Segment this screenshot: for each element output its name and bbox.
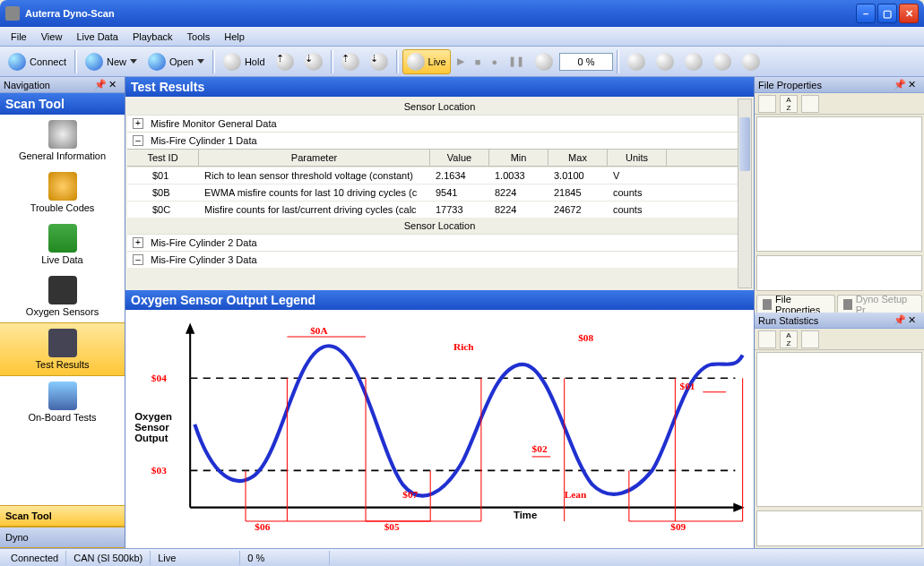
label-06: $06	[255, 521, 270, 532]
file-properties-header: File Properties 📌✕	[755, 77, 924, 93]
sort-az-icon[interactable]: AZ	[780, 95, 798, 113]
test-results-table: Sensor Location +Misfire Monitor General…	[125, 97, 754, 290]
gauge-icon	[627, 53, 645, 71]
arrow-down2-button[interactable]: ⇣	[366, 49, 393, 74]
footer-dyno[interactable]: Dyno	[0, 527, 125, 548]
pin-icon[interactable]: 📌	[894, 79, 906, 91]
pin-icon[interactable]: 📌	[894, 314, 906, 327]
tools-4-button[interactable]	[709, 49, 736, 74]
table-row[interactable]: $01 Rich to lean sensor threshold voltag…	[127, 167, 752, 184]
property-desc	[756, 255, 922, 291]
svg-marker-1	[186, 322, 194, 333]
page-icon[interactable]	[801, 95, 819, 113]
connect-button[interactable]: Connect	[4, 49, 71, 74]
tools-3-button[interactable]	[680, 49, 707, 74]
col-value[interactable]: Value	[430, 150, 489, 166]
window-maximize-button[interactable]: ▢	[877, 4, 897, 23]
categorize-icon[interactable]	[758, 330, 776, 348]
footer-scan-tool[interactable]: Scan Tool	[0, 505, 125, 527]
tab-dyno-setup[interactable]: Dyno Setup Pr...	[837, 295, 922, 313]
navigation-title: Navigation	[4, 80, 50, 90]
table-row[interactable]: $0B EWMA misfire counts for last 10 driv…	[127, 184, 752, 201]
menu-playback[interactable]: Playback	[125, 30, 180, 44]
status-mode: Live	[151, 551, 240, 565]
close-panel-icon[interactable]: ✕	[108, 79, 121, 91]
tools-2-button[interactable]	[652, 49, 678, 74]
cell-val: 2.1634	[430, 170, 489, 181]
open-button[interactable]: Open	[143, 49, 209, 74]
collapse-icon[interactable]: –	[133, 254, 143, 265]
oxygen-chart-svg: $04 $03 Oxygen Sensor Output $0A Rich $0…	[125, 310, 754, 548]
cell-val: 17733	[430, 204, 489, 215]
cell-param: Rich to lean sensor threshold voltage (c…	[199, 170, 430, 181]
tree-row-cyl1[interactable]: –Mis-Fire Cylinder 1 Data	[127, 132, 752, 149]
runstats-desc	[756, 510, 922, 546]
arrow-up-button[interactable]: ⇡	[272, 49, 298, 74]
menu-bar: File View Live Data Playback Tools Help	[0, 27, 924, 47]
vertical-scrollbar[interactable]	[738, 99, 752, 288]
table-row[interactable]: $0C Misfire counts for last/current driv…	[127, 201, 752, 218]
tree-row-cyl3[interactable]: –Mis-Fire Cylinder 3 Data	[127, 251, 752, 268]
play-button[interactable]: ▶	[453, 49, 469, 74]
test-results-header: Test Results	[125, 77, 754, 97]
tab-label: Dyno Setup Pr...	[856, 294, 916, 315]
window-minimize-button[interactable]: –	[856, 4, 876, 23]
menu-view[interactable]: View	[34, 30, 70, 44]
col-max[interactable]: Max	[548, 150, 608, 166]
nav-trouble-codes[interactable]: Trouble Codes	[0, 167, 125, 219]
monitor-icon	[48, 224, 77, 253]
col-testid[interactable]: Test ID	[127, 150, 199, 166]
hold-button[interactable]: Hold	[219, 49, 270, 74]
scrollbar-thumb[interactable]	[739, 117, 750, 171]
menu-tools[interactable]: Tools	[180, 30, 218, 44]
nav-onboard-tests[interactable]: On-Board Tests	[0, 376, 125, 428]
property-tabs: File Properties Dyno Setup Pr...	[755, 293, 924, 313]
cell-min: 8224	[489, 187, 548, 198]
arrow-down-icon: ⇣	[370, 53, 388, 71]
stop-button[interactable]: ■	[471, 49, 486, 74]
arrow-down-button[interactable]: ⇣	[300, 49, 327, 74]
window-close-button[interactable]: ✕	[899, 4, 919, 23]
tree-row-cyl2[interactable]: +Mis-Fire Cylinder 2 Data	[127, 234, 752, 251]
sort-az-icon[interactable]: AZ	[780, 330, 798, 348]
col-min[interactable]: Min	[489, 150, 548, 166]
col-param[interactable]: Parameter	[199, 150, 430, 166]
window-titlebar: Auterra Dyno-Scan – ▢ ✕	[0, 0, 924, 27]
new-label: New	[107, 56, 126, 67]
nav-live-data[interactable]: Live Data	[0, 219, 125, 270]
new-button[interactable]: New	[81, 49, 142, 74]
collapse-icon[interactable]: –	[133, 135, 143, 146]
gear-icon	[742, 53, 760, 71]
categorize-icon[interactable]	[758, 95, 776, 113]
pin-icon[interactable]: 📌	[94, 79, 107, 91]
nav-oxygen-sensors[interactable]: Oxygen Sensors	[0, 270, 125, 322]
pause-button[interactable]: ❚❚	[504, 49, 529, 74]
record-button[interactable]: ●	[487, 49, 502, 74]
open-label: Open	[169, 56, 194, 67]
tools-1-button[interactable]	[623, 49, 650, 74]
page-icon[interactable]	[801, 330, 819, 348]
live-button[interactable]: Live	[402, 49, 451, 74]
ylabel-3: Output	[134, 433, 168, 443]
tree-row-misfire-general[interactable]: +Misfire Monitor General Data	[127, 115, 752, 132]
menu-help[interactable]: Help	[217, 30, 252, 44]
runstats-toolbar: AZ	[755, 329, 924, 350]
tab-label: File Properties	[775, 294, 829, 315]
tools-5-button[interactable]	[738, 49, 764, 74]
col-units[interactable]: Units	[608, 150, 667, 166]
arrow-up2-button[interactable]: ⇡	[337, 49, 364, 74]
expand-icon[interactable]: +	[133, 118, 143, 129]
tape-button[interactable]	[531, 49, 557, 74]
nav-label: Test Results	[36, 359, 90, 370]
notes-icon	[713, 53, 731, 71]
nav-test-results[interactable]: Test Results	[0, 322, 125, 376]
expand-icon[interactable]: +	[133, 237, 143, 248]
close-panel-icon[interactable]: ✕	[908, 79, 920, 91]
menu-live-data[interactable]: Live Data	[69, 30, 125, 44]
tab-file-properties[interactable]: File Properties	[756, 295, 835, 313]
alert-icon	[48, 172, 77, 201]
menu-file[interactable]: File	[4, 30, 34, 44]
status-percent: 0 %	[240, 551, 330, 565]
nav-general-information[interactable]: General Information	[0, 115, 125, 167]
close-panel-icon[interactable]: ✕	[908, 314, 920, 327]
